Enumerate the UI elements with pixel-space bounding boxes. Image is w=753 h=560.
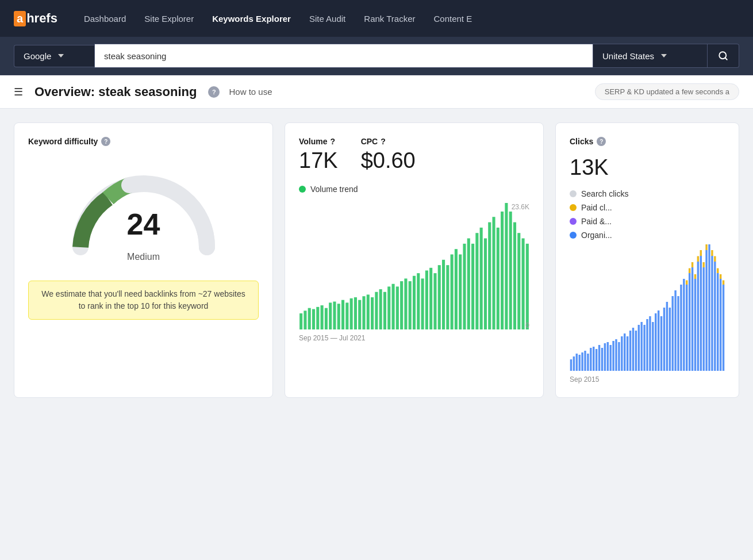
svg-rect-62: [584, 351, 586, 371]
nav-site-audit[interactable]: Site Audit: [301, 9, 354, 28]
legend-label-organic: Organi...: [581, 231, 612, 240]
svg-rect-45: [480, 228, 483, 329]
kd-note: We estimate that you'll need backlinks f…: [28, 281, 259, 320]
svg-rect-66: [596, 349, 597, 371]
svg-rect-4: [308, 308, 311, 329]
svg-rect-53: [513, 223, 516, 329]
hamburger-icon[interactable]: ☰: [14, 86, 23, 98]
svg-rect-16: [358, 300, 361, 329]
nav-rank-tracker[interactable]: Rank Tracker: [356, 9, 423, 28]
svg-rect-110: [702, 267, 704, 371]
svg-rect-82: [640, 322, 642, 371]
svg-rect-67: [598, 345, 600, 371]
volume-value: 17K: [299, 148, 338, 173]
clicks-bar-chart: [570, 244, 725, 371]
svg-rect-77: [627, 336, 628, 371]
logo[interactable]: a hrefs: [14, 11, 57, 26]
kd-info-icon[interactable]: ?: [101, 137, 110, 146]
nav-site-explorer[interactable]: Site Explorer: [136, 9, 202, 28]
svg-rect-79: [632, 328, 634, 371]
svg-rect-47: [488, 223, 491, 329]
svg-rect-26: [400, 281, 403, 329]
svg-rect-64: [590, 348, 591, 371]
nav-keywords-explorer[interactable]: Keywords Explorer: [204, 9, 299, 28]
svg-rect-111: [702, 262, 704, 267]
svg-rect-39: [455, 249, 458, 329]
svg-rect-123: [720, 274, 721, 279]
svg-rect-106: [697, 262, 699, 371]
overview-header: ☰ Overview: steak seasoning ? How to use…: [0, 75, 753, 109]
chart-min-label: 0: [525, 321, 529, 329]
svg-rect-14: [350, 298, 353, 329]
clicks-value: 13K: [570, 155, 725, 180]
svg-rect-30: [417, 273, 420, 329]
svg-rect-41: [463, 244, 466, 329]
trend-dot-icon: [299, 186, 306, 193]
svg-rect-57: [570, 359, 572, 371]
volume-info-icon[interactable]: ?: [331, 137, 336, 146]
svg-rect-103: [691, 262, 693, 267]
svg-rect-18: [367, 294, 370, 329]
legend-dot-search: [570, 190, 577, 197]
title-help-icon[interactable]: ?: [208, 86, 220, 98]
clicks-info-icon[interactable]: ?: [597, 137, 606, 146]
svg-rect-52: [509, 212, 512, 329]
legend-dot-paid: [570, 204, 577, 211]
svg-rect-109: [700, 250, 702, 256]
svg-line-1: [725, 57, 727, 59]
svg-rect-71: [609, 345, 611, 371]
page-title: Overview: steak seasoning: [34, 85, 197, 99]
serp-update-badge: SERP & KD updated a few seconds a: [595, 83, 739, 100]
svg-rect-118: [714, 262, 716, 371]
svg-rect-87: [655, 313, 656, 371]
engine-select[interactable]: Google: [14, 45, 94, 67]
legend-dot-organic: [570, 232, 577, 239]
svg-rect-86: [652, 322, 654, 371]
svg-rect-91: [666, 302, 668, 371]
kd-card: Keyword difficulty ?: [14, 122, 273, 398]
how-to-use-link[interactable]: How to use: [229, 87, 272, 97]
country-label: United States: [602, 51, 654, 61]
search-input[interactable]: [94, 44, 593, 68]
svg-rect-122: [720, 279, 721, 371]
svg-rect-93: [671, 296, 673, 371]
svg-rect-83: [643, 325, 645, 371]
svg-rect-104: [694, 279, 696, 371]
cpc-label: CPC ?: [361, 137, 416, 146]
svg-rect-76: [624, 333, 625, 371]
volume-chart: 23.6K 0: [299, 203, 529, 329]
svg-rect-97: [683, 279, 685, 371]
country-select[interactable]: United States: [593, 44, 708, 68]
svg-rect-28: [409, 281, 412, 329]
svg-rect-19: [371, 297, 374, 329]
svg-rect-120: [717, 273, 719, 371]
trend-label-text: Volume trend: [310, 185, 358, 194]
kd-card-title: Keyword difficulty ?: [28, 137, 259, 146]
svg-rect-27: [404, 278, 407, 329]
svg-rect-72: [612, 341, 614, 371]
svg-rect-13: [345, 302, 348, 329]
svg-rect-24: [391, 284, 394, 329]
kd-value: 24: [127, 209, 160, 239]
search-button[interactable]: [708, 44, 739, 68]
volume-bar-chart: [299, 203, 529, 329]
legend-paid2: Paid &...: [570, 217, 725, 226]
svg-rect-6: [316, 307, 319, 329]
engine-chevron-icon: [58, 54, 64, 57]
svg-rect-11: [337, 304, 340, 329]
svg-rect-9: [329, 302, 332, 329]
nav-content[interactable]: Content E: [426, 9, 481, 28]
volume-label-text: Volume: [299, 137, 328, 146]
cpc-info-icon[interactable]: ?: [381, 137, 386, 146]
svg-rect-35: [438, 265, 441, 329]
svg-rect-50: [501, 212, 504, 329]
metrics-card: Volume ? 17K CPC ? $0.60 Volume trend 23…: [285, 122, 544, 398]
svg-rect-2: [299, 313, 302, 329]
svg-rect-78: [629, 331, 631, 371]
svg-rect-48: [492, 217, 495, 329]
svg-rect-85: [649, 316, 651, 371]
nav-dashboard[interactable]: Dashboard: [76, 9, 134, 28]
svg-rect-25: [396, 286, 399, 329]
svg-rect-33: [429, 268, 432, 329]
cpc-group: CPC ? $0.60: [361, 137, 416, 173]
